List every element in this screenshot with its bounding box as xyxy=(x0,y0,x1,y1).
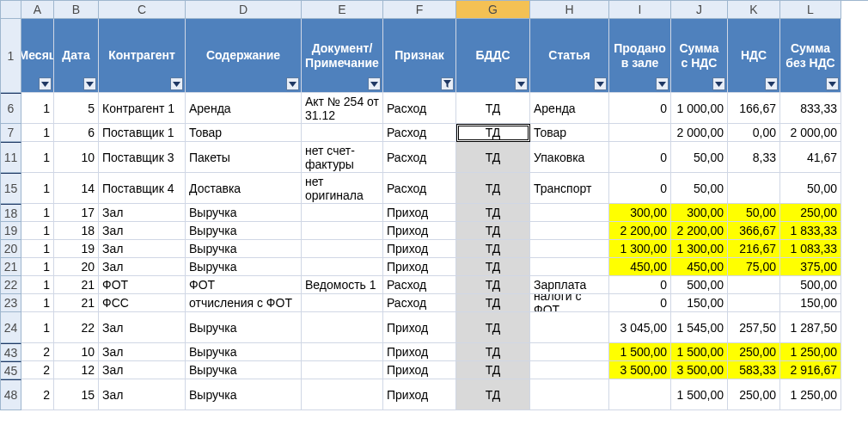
column-header-J[interactable]: J xyxy=(671,1,728,19)
cell-F22[interactable]: Расход xyxy=(383,276,456,294)
filter-button-B[interactable] xyxy=(83,77,96,90)
cell-D23[interactable]: отчисления с ФОТ xyxy=(186,294,302,312)
cell-L43[interactable]: 1 250,00 xyxy=(780,343,841,361)
cell-C48[interactable]: Зал xyxy=(99,379,186,410)
spreadsheet-grid[interactable]: ABCDEFGHIJKL1МесяцДатаКонтрагентСодержан… xyxy=(0,0,868,410)
cell-J6[interactable]: 1 000,00 xyxy=(671,93,728,124)
cell-F15[interactable]: Расход xyxy=(383,173,456,204)
cell-F48[interactable]: Приход xyxy=(383,379,456,410)
cell-H22[interactable]: Зарплата xyxy=(530,276,609,294)
filter-button-L[interactable] xyxy=(826,77,839,90)
cell-J20[interactable]: 1 300,00 xyxy=(671,240,728,258)
cell-A19[interactable]: 1 xyxy=(21,222,54,240)
select-all-corner[interactable] xyxy=(1,1,21,19)
cell-H43[interactable] xyxy=(530,343,609,361)
cell-D11[interactable]: Пакеты xyxy=(186,142,302,173)
column-title-H[interactable]: Статья xyxy=(530,19,609,93)
cell-E20[interactable] xyxy=(302,240,383,258)
cell-B48[interactable]: 15 xyxy=(54,379,99,410)
column-title-D[interactable]: Содержание xyxy=(186,19,302,93)
cell-D18[interactable]: Выручка xyxy=(186,204,302,222)
cell-I18[interactable]: 300,00 xyxy=(609,204,671,222)
cell-L7[interactable]: 2 000,00 xyxy=(780,124,841,142)
row-header-45[interactable]: 45 xyxy=(1,361,21,379)
column-title-E[interactable]: Документ/Примечание xyxy=(302,19,383,93)
row-header-11[interactable]: 11 xyxy=(1,142,21,173)
cell-A23[interactable]: 1 xyxy=(21,294,54,312)
cell-B22[interactable]: 21 xyxy=(54,276,99,294)
cell-C18[interactable]: Зал xyxy=(99,204,186,222)
column-header-I[interactable]: I xyxy=(609,1,671,19)
cell-L48[interactable]: 1 250,00 xyxy=(780,379,841,410)
cell-E21[interactable] xyxy=(302,258,383,276)
cell-C20[interactable]: Зал xyxy=(99,240,186,258)
cell-G45[interactable]: ТД xyxy=(456,361,530,379)
cell-K11[interactable]: 8,33 xyxy=(728,142,780,173)
cell-H24[interactable] xyxy=(530,312,609,343)
column-header-E[interactable]: E xyxy=(302,1,383,19)
cell-L24[interactable]: 1 287,50 xyxy=(780,312,841,343)
cell-I20[interactable]: 1 300,00 xyxy=(609,240,671,258)
cell-D19[interactable]: Выручка xyxy=(186,222,302,240)
cell-B20[interactable]: 19 xyxy=(54,240,99,258)
cell-K48[interactable]: 250,00 xyxy=(728,379,780,410)
cell-F45[interactable]: Приход xyxy=(383,361,456,379)
cell-J45[interactable]: 3 500,00 xyxy=(671,361,728,379)
cell-L21[interactable]: 375,00 xyxy=(780,258,841,276)
cell-F21[interactable]: Приход xyxy=(383,258,456,276)
cell-C19[interactable]: Зал xyxy=(99,222,186,240)
cell-B23[interactable]: 21 xyxy=(54,294,99,312)
cell-F24[interactable]: Приход xyxy=(383,312,456,343)
cell-H23[interactable]: налоги с ФОТ xyxy=(530,294,609,312)
row-header-48[interactable]: 48 xyxy=(1,379,21,410)
cell-E7[interactable] xyxy=(302,124,383,142)
cell-L23[interactable]: 150,00 xyxy=(780,294,841,312)
cell-H6[interactable]: Аренда xyxy=(530,93,609,124)
row-header-43[interactable]: 43 xyxy=(1,343,21,361)
column-header-B[interactable]: B xyxy=(54,1,99,19)
column-header-K[interactable]: K xyxy=(728,1,780,19)
cell-K18[interactable]: 50,00 xyxy=(728,204,780,222)
cell-G21[interactable]: ТД xyxy=(456,258,530,276)
cell-G19[interactable]: ТД xyxy=(456,222,530,240)
filter-button-J[interactable] xyxy=(712,77,725,90)
column-header-D[interactable]: D xyxy=(186,1,302,19)
row-header-19[interactable]: 19 xyxy=(1,222,21,240)
cell-I22[interactable]: 0 xyxy=(609,276,671,294)
cell-G6[interactable]: ТД xyxy=(456,93,530,124)
row-header-21[interactable]: 21 xyxy=(1,258,21,276)
cell-E15[interactable]: нет оригинала xyxy=(302,173,383,204)
cell-B43[interactable]: 10 xyxy=(54,343,99,361)
column-title-B[interactable]: Дата xyxy=(54,19,99,93)
cell-G18[interactable]: ТД xyxy=(456,204,530,222)
cell-E43[interactable] xyxy=(302,343,383,361)
cell-I6[interactable]: 0 xyxy=(609,93,671,124)
cell-E6[interactable]: Акт № 254 от 31.12 xyxy=(302,93,383,124)
cell-F23[interactable]: Расход xyxy=(383,294,456,312)
cell-G7[interactable]: ТД xyxy=(456,124,530,142)
cell-A48[interactable]: 2 xyxy=(21,379,54,410)
column-title-F[interactable]: Признак xyxy=(383,19,456,93)
cell-G48[interactable]: ТД xyxy=(456,379,530,410)
cell-L20[interactable]: 1 083,33 xyxy=(780,240,841,258)
cell-E19[interactable] xyxy=(302,222,383,240)
cell-G24[interactable]: ТД xyxy=(456,312,530,343)
cell-A20[interactable]: 1 xyxy=(21,240,54,258)
cell-J22[interactable]: 500,00 xyxy=(671,276,728,294)
row-header-1[interactable]: 1 xyxy=(1,19,21,93)
cell-J48[interactable]: 1 500,00 xyxy=(671,379,728,410)
cell-I24[interactable]: 3 045,00 xyxy=(609,312,671,343)
cell-A11[interactable]: 1 xyxy=(21,142,54,173)
cell-B18[interactable]: 17 xyxy=(54,204,99,222)
column-header-G[interactable]: G xyxy=(456,1,530,19)
cell-E48[interactable] xyxy=(302,379,383,410)
cell-I19[interactable]: 2 200,00 xyxy=(609,222,671,240)
cell-B6[interactable]: 5 xyxy=(54,93,99,124)
cell-K43[interactable]: 250,00 xyxy=(728,343,780,361)
cell-B24[interactable]: 22 xyxy=(54,312,99,343)
cell-C21[interactable]: Зал xyxy=(99,258,186,276)
column-title-I[interactable]: Продано в зале xyxy=(609,19,671,93)
cell-H18[interactable] xyxy=(530,204,609,222)
cell-I45[interactable]: 3 500,00 xyxy=(609,361,671,379)
column-title-A[interactable]: Месяц xyxy=(21,19,54,93)
